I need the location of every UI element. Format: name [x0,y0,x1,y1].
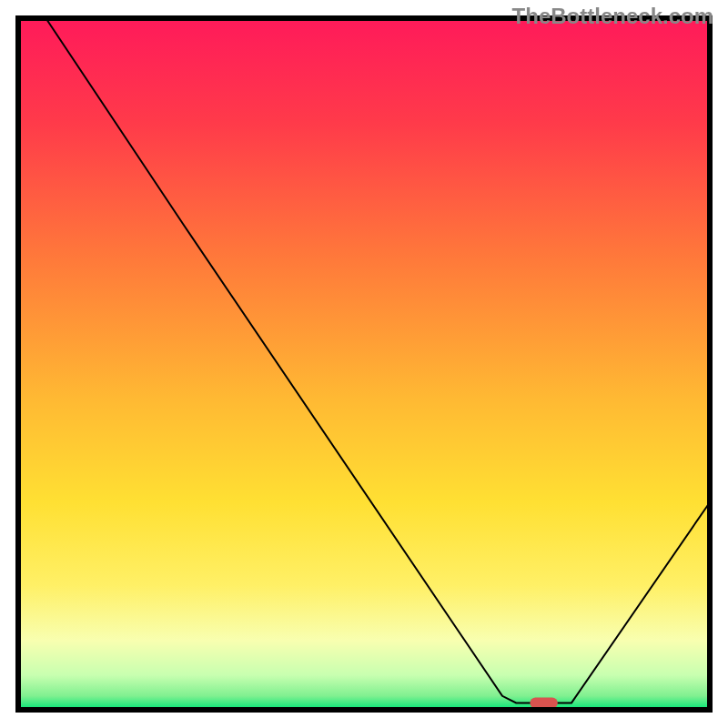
chart-svg [0,0,728,728]
gradient-background [18,18,710,710]
watermark-text: TheBottleneck.com [512,4,713,29]
optimal-marker [530,697,557,708]
bottleneck-chart: TheBottleneck.com [0,0,728,728]
